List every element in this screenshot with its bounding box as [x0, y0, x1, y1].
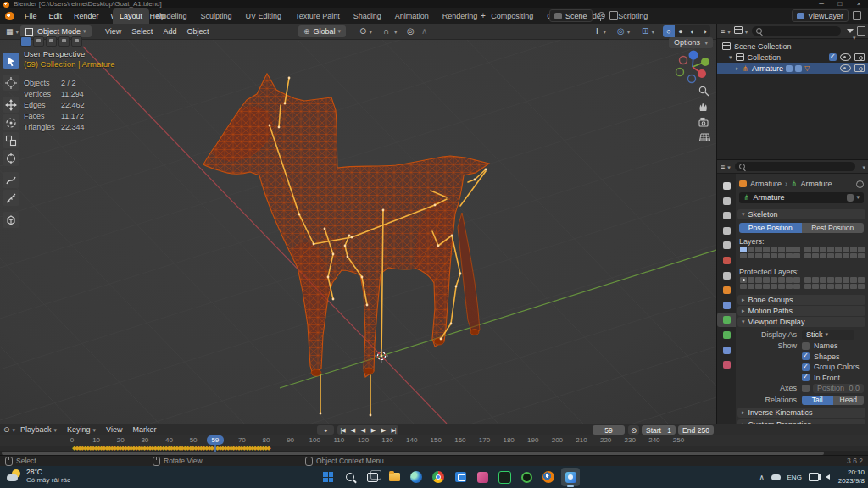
layer-cell[interactable] — [804, 247, 811, 252]
outliner-row-armature[interactable]: ⋔ Armature ▽ — [717, 63, 868, 74]
viewport-display-panel-header[interactable]: Viewport Display — [737, 317, 865, 327]
use-preview-range-icon[interactable]: ⊙ — [628, 425, 639, 435]
workspace-tab-scripting[interactable]: Scripting — [611, 8, 654, 24]
layer-cell[interactable] — [827, 277, 834, 283]
layer-cell[interactable] — [820, 247, 826, 252]
layer-cell[interactable] — [786, 247, 793, 252]
breadcrumb-data[interactable]: Armature — [801, 180, 832, 188]
layer-cell[interactable] — [786, 277, 793, 283]
taskbar-icon-start[interactable] — [319, 468, 337, 486]
layer-cell[interactable] — [827, 284, 834, 290]
properties-tab-bone-constraint[interactable] — [717, 343, 736, 358]
properties-tab-view-layer[interactable] — [717, 224, 736, 238]
layer-cell[interactable] — [812, 284, 819, 290]
layer-cell[interactable] — [850, 247, 857, 252]
properties-tab-constraints[interactable] — [717, 298, 736, 313]
taskbar-icon-chrome[interactable] — [429, 468, 448, 486]
shapes-checkbox[interactable] — [802, 352, 810, 360]
armature-layers-grid[interactable] — [740, 247, 800, 258]
viewport-menu-view[interactable]: View — [100, 24, 126, 39]
layer-cell[interactable] — [763, 277, 770, 283]
blender-logo-icon[interactable] — [5, 12, 14, 20]
layer-cell[interactable] — [850, 284, 857, 290]
layer-cell[interactable] — [755, 277, 762, 283]
layer-cell[interactable] — [793, 284, 800, 290]
armature-datablock-field[interactable]: ⋔ Armature — [739, 192, 864, 203]
timeline-menu-keying[interactable]: Keying — [62, 424, 101, 435]
timeline-editor-icon[interactable]: ⊙ — [3, 424, 15, 435]
rotate-tool-button[interactable] — [3, 114, 19, 130]
protected-layers-grid[interactable] — [740, 277, 800, 289]
layer-cell[interactable] — [786, 253, 793, 259]
viewport-menu-add[interactable]: Add — [158, 24, 181, 39]
layer-cell[interactable] — [858, 277, 865, 283]
workspace-tab-layout[interactable]: Layout — [113, 8, 149, 24]
shading-wireframe-button[interactable]: ○ — [663, 25, 675, 37]
hide-in-viewport-icon[interactable] — [840, 64, 851, 72]
workspace-tab-texture-paint[interactable]: Texture Paint — [288, 8, 347, 24]
layer-cell[interactable] — [778, 247, 785, 252]
visibility-toggle-icon[interactable] — [33, 36, 44, 47]
layer-cell[interactable] — [858, 247, 865, 252]
properties-tab-physics[interactable] — [717, 358, 736, 372]
properties-search-input[interactable] — [735, 162, 856, 171]
pivot-point-dropdown[interactable]: ⊙ — [359, 24, 372, 40]
scale-tool-button[interactable] — [3, 132, 19, 148]
layer-cell[interactable] — [812, 277, 819, 283]
auto-keying-button[interactable]: ● — [317, 425, 334, 435]
disable-in-renders-icon[interactable] — [854, 53, 865, 61]
layer-cell[interactable] — [820, 253, 826, 259]
minimize-button[interactable]: ─ — [812, 0, 831, 8]
timeline-menu-view[interactable]: View — [101, 424, 127, 435]
menu-file[interactable]: File — [19, 8, 43, 24]
taskbar-icon-green-app-1[interactable] — [495, 468, 514, 486]
pose-position-button[interactable]: Pose Position — [739, 223, 802, 233]
layer-cell[interactable] — [820, 284, 826, 290]
protected-layers-grid[interactable] — [804, 277, 865, 289]
disable-in-renders-icon[interactable] — [854, 64, 865, 72]
layer-cell[interactable] — [740, 284, 747, 290]
display-mode-dropdown[interactable]: ≡ — [721, 27, 731, 36]
shading-rendered-button[interactable]: ◑ — [698, 25, 710, 37]
move-tool-button[interactable] — [3, 97, 19, 113]
collection-exclude-checkbox[interactable] — [829, 53, 837, 61]
taskbar-icon-photos[interactable] — [561, 468, 580, 486]
names-checkbox[interactable] — [802, 342, 810, 350]
pin-icon[interactable] — [598, 12, 605, 19]
show-gizmo-dropdown[interactable]: ✛ — [593, 24, 606, 40]
layer-cell[interactable] — [804, 277, 811, 283]
relations-tail-button[interactable]: Tail — [802, 396, 833, 405]
start-frame-field[interactable]: Start1 — [642, 425, 676, 435]
layer-cell[interactable] — [755, 284, 762, 290]
scene-selector[interactable]: Scene — [549, 10, 618, 21]
outliner-search-input[interactable] — [752, 26, 841, 36]
new-collection-icon[interactable] — [857, 26, 865, 36]
layer-cell[interactable] — [771, 247, 777, 252]
hide-in-viewport-icon[interactable] — [840, 53, 851, 61]
filter-id-dropdown[interactable] — [734, 26, 748, 36]
layer-cell[interactable] — [763, 247, 770, 252]
layer-cell[interactable] — [763, 284, 770, 290]
breadcrumb-object[interactable]: Armature — [750, 180, 782, 188]
armature-layers-grid[interactable] — [804, 247, 865, 258]
display-as-dropdown[interactable]: Stick — [802, 330, 854, 340]
annotate-tool-button[interactable] — [3, 172, 19, 188]
properties-tab-world[interactable] — [717, 253, 736, 268]
layer-cell[interactable] — [827, 253, 834, 259]
layer-cell[interactable] — [812, 253, 819, 259]
layer-cell[interactable] — [793, 277, 800, 283]
rest-position-button[interactable]: Rest Position — [802, 223, 865, 233]
visibility-toggle-icon[interactable] — [20, 36, 31, 47]
taskbar-icon-store[interactable] — [451, 468, 470, 486]
properties-tab-object[interactable] — [717, 283, 736, 297]
network-icon[interactable] — [809, 473, 819, 481]
cursor-tool-button[interactable] — [3, 75, 19, 91]
layer-cell[interactable] — [748, 247, 754, 252]
measure-tool-button[interactable] — [3, 190, 19, 206]
inverse-kinematics-panel-header[interactable]: Inverse Kinematics — [737, 408, 865, 418]
shading-solid-button[interactable]: ● — [675, 25, 687, 37]
layer-cell[interactable] — [804, 284, 811, 290]
properties-tab-tool[interactable] — [717, 179, 736, 193]
layer-cell[interactable] — [827, 247, 834, 252]
maximize-button[interactable]: □ — [831, 0, 849, 8]
